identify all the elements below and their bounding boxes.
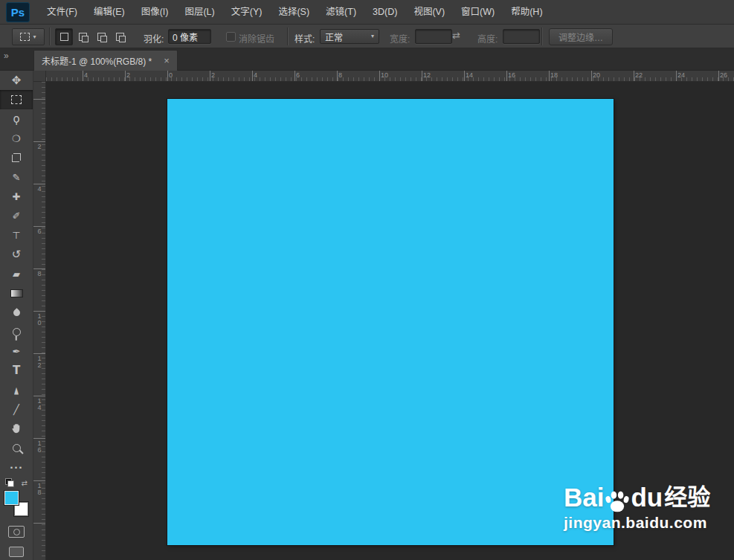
healing-brush-icon: ✚ (13, 192, 21, 202)
subtract-from-selection-button[interactable] (92, 28, 110, 45)
quick-mask-icon (13, 529, 20, 535)
ruler-corner[interactable] (33, 71, 46, 82)
clone-stamp-tool[interactable]: ⊤ (0, 225, 33, 245)
history-brush-icon: ↺ (12, 250, 22, 260)
tool-preset-picker[interactable]: ▾ (12, 28, 45, 45)
pen-tool[interactable]: ✒ (0, 341, 33, 361)
baidu-paw-icon (605, 491, 630, 513)
menu-item-edit[interactable]: 编辑(E) (86, 0, 133, 25)
intersect-selection-button[interactable] (111, 28, 129, 45)
overlap-square-icon (100, 36, 107, 42)
swap-colors-icon[interactable]: ⇄ (22, 479, 28, 487)
new-selection-icon (60, 33, 68, 41)
menu-item-layer[interactable]: 图层(L) (176, 0, 222, 25)
menu-item-file[interactable]: 文件(F) (39, 0, 86, 25)
ruler-label: 14 (466, 71, 473, 79)
brush-icon: ✐ (13, 211, 21, 221)
menu-item-3d[interactable]: 3D(D) (364, 0, 405, 25)
divider (49, 28, 51, 45)
menu-item-select[interactable]: 选择(S) (270, 0, 318, 25)
foreground-color-swatch[interactable] (4, 490, 19, 506)
style-select[interactable]: 正常 ▾ (320, 29, 379, 44)
type-tool[interactable]: T (0, 361, 33, 380)
quick-mask-button[interactable] (8, 526, 25, 538)
history-brush-tool[interactable]: ↺ (0, 245, 33, 264)
ruler-label: 2 (126, 71, 130, 79)
menu-item-help[interactable]: 帮助(H) (503, 0, 550, 25)
overlap-square-icon (119, 36, 126, 42)
blur-tool[interactable] (0, 303, 33, 322)
gradient-tool[interactable] (0, 283, 33, 303)
ruler-label: 12 (35, 355, 43, 368)
height-input[interactable] (503, 29, 540, 44)
menu-item-filter[interactable]: 滤镜(T) (318, 0, 364, 25)
crop-tool[interactable] (0, 148, 33, 167)
overlap-square-icon (82, 36, 88, 42)
antialias-checkbox[interactable] (226, 32, 236, 42)
ruler-label: 26 (720, 71, 727, 79)
ruler-label: 4 (35, 185, 43, 192)
style-label: 样式: (294, 32, 315, 45)
ruler-label: 18 (550, 71, 558, 79)
brush-tool[interactable]: ✐ (0, 206, 33, 225)
move-icon: ✥ (12, 76, 22, 86)
move-tool[interactable]: ✥ (0, 71, 33, 90)
ruler-label: 10 (381, 71, 388, 79)
hand-tool[interactable] (0, 419, 33, 438)
swap-width-height-icon[interactable]: ⇄ (452, 30, 460, 41)
quick-selection-tool[interactable]: ❍ (0, 129, 33, 148)
ruler-label: 16 (35, 440, 43, 453)
menu-item-view[interactable]: 视图(V) (405, 0, 453, 25)
spot-healing-brush-tool[interactable]: ✚ (0, 187, 33, 206)
add-to-selection-button[interactable] (74, 28, 91, 45)
menu-item-image[interactable]: 图像(I) (133, 0, 177, 25)
menu-item-window[interactable]: 窗口(W) (453, 0, 503, 25)
more-tools[interactable]: ··· (0, 457, 33, 477)
eraser-tool[interactable]: ▰ (0, 264, 33, 283)
screen-mode-button[interactable] (9, 547, 24, 557)
document-tab-bar: » 未标题-1 @ 100%(RGB/8) * × (0, 48, 734, 71)
magnifier-icon (13, 444, 21, 452)
line-tool[interactable]: ╱ (0, 399, 33, 419)
eraser-icon: ▰ (13, 269, 20, 279)
width-input[interactable] (415, 29, 452, 44)
zoom-tool[interactable] (0, 438, 33, 457)
menu-item-type[interactable]: 文字(Y) (223, 0, 271, 25)
selection-mode-group (55, 28, 129, 45)
marquee-preset-icon (20, 33, 30, 41)
ruler-label: 14 (35, 397, 43, 411)
divider (287, 28, 289, 45)
color-widgets: ⇄ (0, 478, 33, 557)
feather-input[interactable] (168, 29, 211, 44)
quick-selection-icon: ❍ (12, 134, 21, 144)
watermark-jingyan-text: 经验 (664, 483, 710, 512)
path-selection-tool[interactable]: ▲ (0, 380, 33, 399)
menu-bar: Ps 文件(F) 编辑(E) 图像(I) 图层(L) 文字(Y) 选择(S) 滤… (0, 0, 734, 25)
rectangular-marquee-tool[interactable] (0, 90, 33, 109)
new-selection-button[interactable] (55, 28, 73, 45)
document-tab[interactable]: 未标题-1 @ 100%(RGB/8) * × (33, 50, 178, 71)
style-select-value: 正常 (325, 30, 343, 43)
ruler-label: 10 (35, 312, 43, 326)
divider (541, 28, 543, 45)
refine-edge-button[interactable]: 调整边缘… (549, 28, 613, 45)
vertical-ruler[interactable]: 2 4 6 8 10 12 14 16 18 (33, 82, 46, 560)
horizontal-ruler[interactable]: 4 2 0 2 4 6 8 10 12 14 16 18 20 22 24 26 (46, 71, 734, 82)
canvas-document[interactable] (167, 99, 614, 545)
eyedropper-icon: ✎ (13, 173, 21, 182)
path-selection-icon: ▲ (14, 385, 19, 395)
tab-close-icon[interactable]: × (164, 56, 170, 65)
lasso-icon: ϙ (13, 115, 19, 124)
ruler-label: 2 (35, 143, 43, 149)
default-colors-icon[interactable] (5, 478, 14, 487)
dodge-icon (13, 328, 21, 336)
ruler-label: 12 (423, 71, 431, 79)
clone-stamp-icon: ⊤ (12, 231, 20, 240)
lasso-tool[interactable]: ϙ (0, 109, 33, 129)
watermark-du-text: du (631, 483, 663, 512)
ruler-label: 24 (677, 71, 685, 79)
collapse-panels-icon[interactable]: » (4, 51, 9, 61)
dodge-tool[interactable] (0, 322, 33, 341)
photoshop-logo: Ps (6, 2, 30, 22)
eyedropper-tool[interactable]: ✎ (0, 167, 33, 187)
